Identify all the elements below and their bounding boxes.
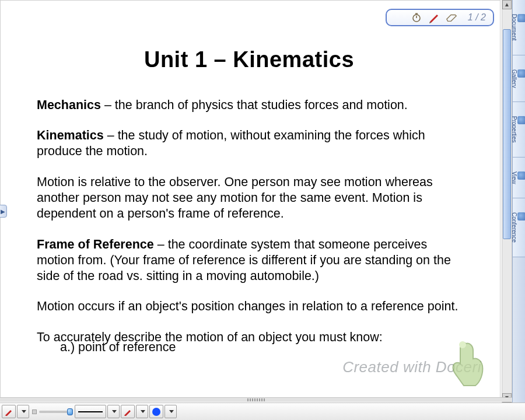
definition-kinematics: Kinematics – the study of motion, withou… <box>37 128 461 159</box>
watermark-text: Created with Doceri <box>342 358 481 376</box>
term-kinematics: Kinematics <box>37 128 104 142</box>
scroll-up-arrow[interactable]: ▲ <box>502 0 512 9</box>
line-style-dropdown[interactable] <box>107 405 120 418</box>
bottom-toolbar <box>0 402 525 420</box>
slider-min-icon <box>32 410 37 414</box>
page-count-label: 1 / 2 <box>468 12 486 23</box>
chevron-down-icon <box>112 410 117 413</box>
line-preview-icon <box>78 411 103 412</box>
definition-mechanics: Mechanics – the branch of physics that s… <box>37 97 461 113</box>
timer-icon[interactable] <box>411 12 422 23</box>
properties-icon <box>517 116 525 124</box>
side-tab-rail: Document Gallery Properties View Confere… <box>512 0 525 402</box>
color-dropdown[interactable] <box>164 405 177 418</box>
pen-tool-2-button[interactable] <box>121 405 135 418</box>
line-style-button[interactable] <box>75 405 106 418</box>
pen-tool-2-dropdown[interactable] <box>136 405 148 418</box>
chevron-down-icon <box>22 410 26 413</box>
page-indicator: 1 / 2 <box>386 9 494 26</box>
pen-icon[interactable] <box>428 12 440 23</box>
side-tab-conference[interactable]: Conference <box>513 198 525 257</box>
svg-rect-2 <box>415 13 418 15</box>
conference-icon <box>517 212 525 220</box>
color-button[interactable] <box>149 405 163 418</box>
thickness-slider[interactable] <box>32 405 72 418</box>
side-tab-view[interactable]: View <box>513 158 525 199</box>
color-swatch-icon <box>152 408 160 416</box>
side-tab-properties[interactable]: Properties <box>513 102 525 158</box>
document-icon <box>517 14 525 22</box>
chevron-down-icon <box>141 410 145 413</box>
definition-frame-of-reference: Frame of Reference – the coordinate syst… <box>37 237 461 284</box>
pen-tool-dropdown[interactable] <box>17 405 29 418</box>
slider-thumb[interactable] <box>67 408 73 415</box>
horizontal-splitter[interactable] <box>0 397 512 402</box>
vertical-scrollbar[interactable]: ▲ ▼ <box>502 0 512 402</box>
splitter-grip-icon <box>247 398 265 401</box>
term-frame-of-reference: Frame of Reference <box>37 237 154 251</box>
paragraph-motion-occurs: Motion occurs if an object's position ch… <box>37 299 461 314</box>
left-panel-expand[interactable]: ▶ <box>0 205 7 218</box>
scroll-thumb[interactable] <box>503 29 511 239</box>
eraser-icon[interactable] <box>446 12 457 23</box>
paragraph-relativity: Motion is relative to the observer. One … <box>37 174 461 222</box>
view-icon <box>517 172 525 180</box>
document-canvas[interactable]: ▶ 1 / 2 Unit 1 – Kinematics Mechanics – … <box>0 0 501 401</box>
term-mechanics: Mechanics <box>37 98 101 112</box>
side-tab-gallery[interactable]: Gallery <box>513 55 525 103</box>
side-tab-document[interactable]: Document <box>513 0 525 55</box>
gallery-icon <box>517 69 525 78</box>
pen-tool-button[interactable] <box>2 405 16 418</box>
chevron-down-icon <box>169 410 174 413</box>
slider-track[interactable] <box>39 411 72 413</box>
document-body: Unit 1 – Kinematics Mechanics – the bran… <box>9 46 494 355</box>
page-title: Unit 1 – Kinematics <box>37 46 461 74</box>
